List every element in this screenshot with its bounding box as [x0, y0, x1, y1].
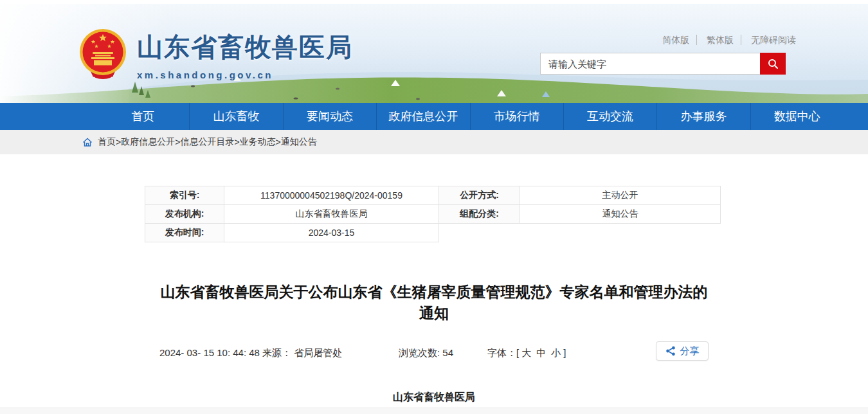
breadcrumb-gov-info[interactable]: 政府信息公开	[121, 136, 175, 148]
table-row: 发布时间: 2024-03-15	[145, 224, 721, 242]
top-links: 简体版 繁体版 无障碍阅读	[655, 35, 796, 46]
index-number-label: 索引号:	[145, 186, 224, 205]
empty-cell	[439, 224, 520, 242]
table-row: 发布机构: 山东省畜牧兽医局 组配分类: 通知公告	[145, 205, 721, 224]
main-nav: 首页 山东畜牧 要闻动态 政府信息公开 市场行情 互动交流 办事服务 数据中心	[0, 103, 868, 130]
publish-date-label: 发布时间:	[145, 224, 224, 242]
category-value: 通知公告	[520, 205, 721, 224]
nav-item-interaction[interactable]: 互动交流	[563, 103, 656, 130]
disclosure-method-label: 公开方式:	[439, 186, 520, 205]
site-url: xm.shandong.gov.cn	[137, 69, 353, 80]
breadcrumb-notices[interactable]: 通知公告	[281, 136, 317, 148]
article-body-first-line: 山东省畜牧兽医局	[145, 391, 723, 404]
breadcrumb-business-news[interactable]: 业务动态	[240, 136, 276, 148]
document-info-table: 索引号: 11370000004502198Q/2024-00159 公开方式:…	[145, 186, 721, 242]
font-size-medium-button[interactable]: 中	[536, 347, 546, 358]
search-icon	[767, 58, 779, 69]
link-simplified-chinese[interactable]: 简体版	[655, 35, 697, 45]
search-bar	[540, 53, 786, 75]
search-input[interactable]	[540, 53, 760, 75]
font-size-selector: 字体：[大中小]	[487, 347, 566, 359]
publish-datetime-source: 2024- 03- 15 10: 44: 48 来源： 省局屠管处	[159, 347, 342, 359]
breadcrumb-info-catalog[interactable]: 信息公开目录	[180, 136, 234, 148]
home-icon[interactable]	[82, 138, 93, 147]
link-traditional-chinese[interactable]: 繁体版	[700, 35, 741, 45]
category-label: 组配分类:	[439, 205, 520, 224]
bottom-strip	[0, 408, 868, 414]
share-icon	[665, 346, 676, 356]
disclosure-method-value: 主动公开	[520, 186, 721, 205]
header-banner: 山东省畜牧兽医局 xm.shandong.gov.cn 简体版 繁体版 无障碍阅…	[0, 4, 868, 103]
view-count: 浏览次数: 54	[399, 347, 453, 359]
breadcrumb-separator: >	[234, 137, 239, 147]
nav-item-services[interactable]: 办事服务	[656, 103, 750, 130]
index-number-value: 11370000004502198Q/2024-00159	[224, 186, 439, 205]
font-size-small-button[interactable]: 小	[551, 347, 561, 358]
nav-item-data-center[interactable]: 数据中心	[750, 103, 844, 130]
search-button[interactable]	[760, 53, 786, 75]
nav-item-shandong-xumu[interactable]: 山东畜牧	[189, 103, 282, 130]
font-size-prefix: 字体：[	[487, 347, 519, 358]
issuing-agency-value: 山东省畜牧兽医局	[224, 205, 439, 224]
breadcrumb-separator: >	[116, 137, 121, 147]
font-size-suffix: ]	[563, 347, 566, 358]
empty-cell	[520, 224, 721, 242]
font-size-large-button[interactable]: 大	[521, 347, 531, 358]
publish-date-value: 2024-03-15	[224, 224, 439, 242]
nav-item-news[interactable]: 要闻动态	[283, 103, 376, 130]
nav-item-home[interactable]: 首页	[96, 103, 189, 130]
breadcrumb: 首页>政府信息公开>信息公开目录>业务动态>通知公告	[0, 130, 868, 154]
page: 山东省畜牧兽医局 xm.shandong.gov.cn 简体版 繁体版 无障碍阅…	[0, 0, 868, 414]
table-row: 索引号: 11370000004502198Q/2024-00159 公开方式:…	[145, 186, 721, 205]
logo-text: 山东省畜牧兽医局 xm.shandong.gov.cn	[137, 30, 353, 80]
share-button[interactable]: 分享	[656, 341, 709, 361]
breadcrumb-separator: >	[276, 137, 281, 147]
national-emblem-logo	[79, 28, 127, 81]
site-name: 山东省畜牧兽医局	[137, 30, 353, 65]
share-button-label: 分享	[680, 345, 700, 357]
site-logo-group[interactable]: 山东省畜牧兽医局 xm.shandong.gov.cn	[79, 28, 353, 81]
nav-item-market[interactable]: 市场行情	[470, 103, 563, 130]
article-meta-bar: 2024- 03- 15 10: 44: 48 来源： 省局屠管处 浏览次数: …	[145, 345, 723, 366]
article-title: 山东省畜牧兽医局关于公布山东省《生猪屠宰质量管理规范》专家名单和管理办法的通知	[158, 282, 710, 324]
issuing-agency-label: 发布机构:	[145, 205, 224, 224]
nav-item-gov-info-disclosure[interactable]: 政府信息公开	[376, 103, 469, 130]
link-accessibility[interactable]: 无障碍阅读	[744, 35, 796, 45]
breadcrumb-home[interactable]: 首页	[98, 136, 116, 148]
